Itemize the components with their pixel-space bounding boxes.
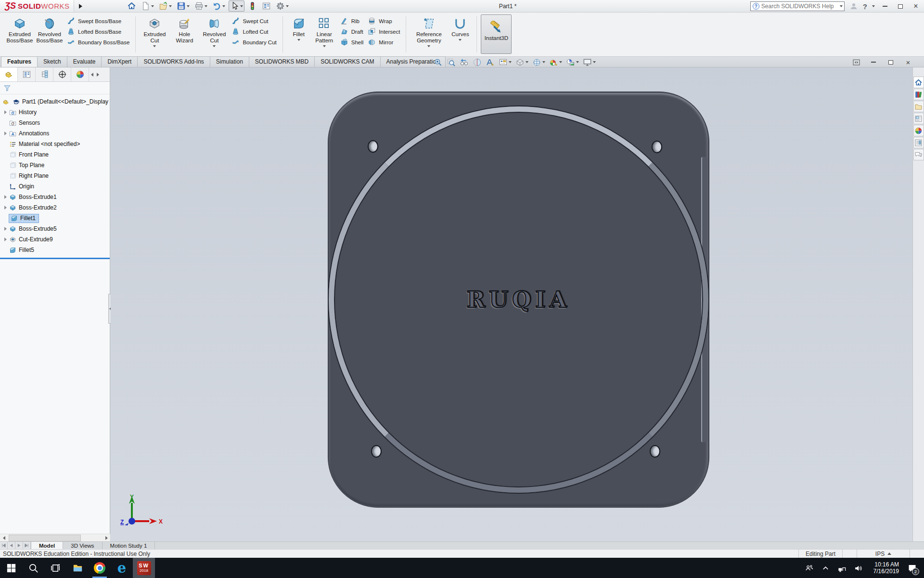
lofted-boss-base-button[interactable]: Lofted Boss/Base <box>66 27 129 36</box>
select-button[interactable] <box>229 0 244 12</box>
hide-show-annotations-button[interactable] <box>485 58 495 67</box>
pane-toggle-button[interactable] <box>851 58 861 66</box>
save-button[interactable] <box>175 0 191 12</box>
appearances-button[interactable] <box>913 125 924 136</box>
edge-button[interactable]: e <box>111 558 133 578</box>
tree-item-fillet1[interactable]: Fillet1 <box>0 213 110 223</box>
zoom-to-area-button[interactable] <box>446 58 456 67</box>
volume-button[interactable] <box>851 558 865 578</box>
document-minimize-button[interactable] <box>868 58 879 66</box>
tree-item-boss-extrude2[interactable]: Boss-Extrude2 <box>0 202 110 213</box>
new-document-button[interactable] <box>140 0 155 12</box>
first-tab-button[interactable] <box>0 542 8 549</box>
expand-arrow-icon[interactable] <box>2 110 9 114</box>
chrome-button[interactable] <box>89 558 111 578</box>
rollback-bar[interactable] <box>0 258 110 259</box>
panel-tabs-scroll-left[interactable] <box>89 67 95 81</box>
mirror-button[interactable]: Mirror <box>367 38 400 47</box>
fillet-button[interactable]: Fillet <box>287 14 311 42</box>
tab-sketch[interactable]: Sketch <box>37 56 67 67</box>
previous-tab-button[interactable] <box>8 542 15 549</box>
tab-solidworks-add-ins[interactable]: SOLIDWORKS Add-Ins <box>137 56 210 67</box>
expand-arrow-icon[interactable] <box>2 206 9 210</box>
scrollbar-thumb[interactable] <box>9 535 81 541</box>
tab-solidworks-cam[interactable]: SOLIDWORKS CAM <box>314 56 380 67</box>
solidworks-forum-button[interactable] <box>913 149 924 160</box>
print-button[interactable] <box>193 0 209 12</box>
panel-horizontal-scrollbar[interactable] <box>0 534 110 541</box>
custom-properties-button[interactable] <box>913 137 924 148</box>
section-view-button[interactable] <box>472 58 482 67</box>
scrollbar-track[interactable] <box>8 534 103 542</box>
help-chevron-down-icon[interactable] <box>872 5 875 7</box>
scroll-right-button[interactable] <box>103 534 110 542</box>
tab-displaymanager[interactable] <box>71 67 89 81</box>
document-restore-button[interactable] <box>886 58 896 66</box>
extruded-boss-base-button[interactable]: Extruded Boss/Base <box>5 14 35 45</box>
tab-featuremanager[interactable] <box>0 67 18 81</box>
panel-tabs-scroll-right[interactable] <box>95 67 101 81</box>
undo-button[interactable] <box>211 0 227 12</box>
tab-features[interactable]: Features <box>1 56 38 67</box>
settings-button[interactable] <box>274 0 290 12</box>
document-close-button[interactable]: × <box>903 58 913 66</box>
expand-arrow-icon[interactable] <box>2 227 9 231</box>
tree-filter-row[interactable] <box>0 82 110 94</box>
task-pane-home-button[interactable] <box>913 77 924 88</box>
tab-configurationmanager[interactable] <box>36 67 53 81</box>
swept-boss-base-button[interactable]: Swept Boss/Base <box>66 16 129 26</box>
network-button[interactable] <box>834 558 849 578</box>
file-explorer-button[interactable] <box>66 558 89 578</box>
zoom-to-fit-button[interactable] <box>433 58 443 67</box>
lofted-cut-button[interactable]: Lofted Cut <box>231 27 276 36</box>
extruded-cut-button[interactable]: Extruded Cut <box>140 14 169 48</box>
custom-properties-tag-button[interactable] <box>910 550 924 558</box>
close-button[interactable]: × <box>911 2 921 11</box>
wrap-button[interactable]: Wrap <box>367 16 400 26</box>
tree-item-annotations[interactable]: Annotations <box>0 128 110 139</box>
boundary-boss-base-button[interactable]: Boundary Boss/Base <box>66 38 129 47</box>
tree-item-history[interactable]: History <box>0 107 110 118</box>
chevron-down-icon[interactable] <box>840 5 843 7</box>
swept-cut-button[interactable]: Swept Cut <box>231 16 276 26</box>
taskbar-clock[interactable]: 10:16 AM 7/16/2019 <box>867 561 901 575</box>
minimize-button[interactable] <box>880 2 890 11</box>
curves-button[interactable]: Curves <box>448 14 473 42</box>
tree-root-part1[interactable]: Part1 (Default<<Default>_Display <box>0 96 110 107</box>
tree-item-cut-extrude9[interactable]: Cut-Extrude9 <box>0 234 110 245</box>
task-view-button[interactable] <box>44 558 66 578</box>
help-search-box[interactable]: ? <box>750 1 845 11</box>
action-center-button[interactable]: 2 <box>903 558 921 578</box>
scroll-left-button[interactable] <box>0 534 8 542</box>
graphics-viewport[interactable]: RUQIA Y X Z <box>111 67 912 541</box>
edit-appearance-button[interactable] <box>549 58 563 67</box>
expand-arrow-icon[interactable] <box>2 237 9 241</box>
hide-show-items-button[interactable] <box>498 58 512 67</box>
last-tab-button[interactable] <box>23 542 31 549</box>
restore-button[interactable] <box>895 2 906 11</box>
intersect-button[interactable]: Intersect <box>367 27 400 36</box>
expand-arrow-icon[interactable] <box>2 195 9 199</box>
people-button[interactable] <box>802 558 816 578</box>
tab-simulation[interactable]: Simulation <box>210 56 249 67</box>
tab-3d-views[interactable]: 3D Views <box>63 542 102 549</box>
tab-model[interactable]: Model <box>31 542 63 549</box>
apply-scene-button[interactable] <box>565 58 579 67</box>
search-input[interactable] <box>761 3 836 10</box>
tab-dimxpert[interactable]: DimXpert <box>101 56 138 67</box>
previous-view-button[interactable] <box>459 58 469 67</box>
login-user-icon[interactable] <box>849 2 858 11</box>
tree-item-material[interactable]: Material <not specified> <box>0 139 110 149</box>
linear-pattern-button[interactable]: Linear Pattern <box>311 14 338 48</box>
boundary-cut-button[interactable]: Boundary Cut <box>231 38 276 47</box>
revolved-boss-base-button[interactable]: Revolved Boss/Base <box>35 14 64 45</box>
revolved-cut-button[interactable]: Revolved Cut <box>199 14 229 48</box>
home-button[interactable] <box>126 0 138 12</box>
tab-propertymanager[interactable] <box>18 67 36 81</box>
tree-item-origin[interactable]: Origin <box>0 181 110 192</box>
tree-item-boss-extrude1[interactable]: Boss-Extrude1 <box>0 192 110 202</box>
tab-solidworks-mbd[interactable]: SOLIDWORKS MBD <box>249 56 315 67</box>
tree-item-right-plane[interactable]: Right Plane <box>0 171 110 181</box>
instant3d-button[interactable]: Instant3D <box>481 14 512 54</box>
taskbar-search-button[interactable] <box>22 558 44 578</box>
